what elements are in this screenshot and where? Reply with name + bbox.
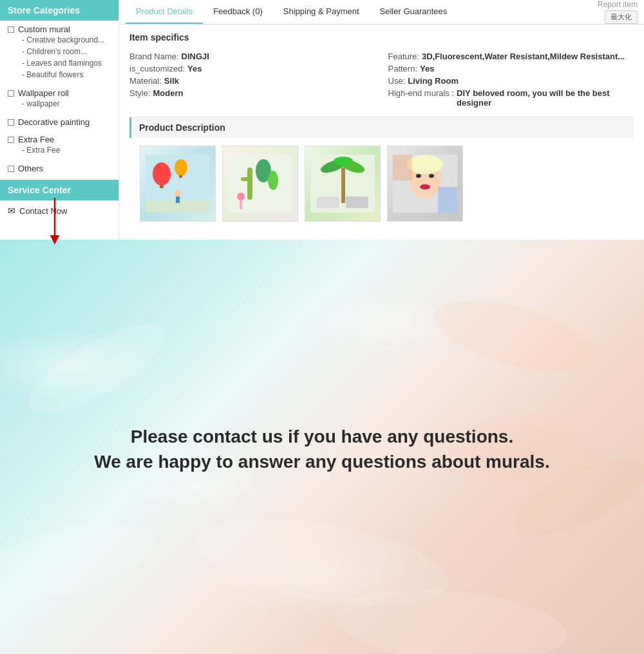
- category-wallpaper-roll: Wallpaper roll wallpaper: [0, 84, 118, 113]
- svg-rect-5: [179, 175, 182, 178]
- spec-pattern-label: Pattern:: [388, 64, 418, 73]
- category-icon: [8, 166, 14, 172]
- tab-seller-guarantees[interactable]: Seller Guarantees: [370, 0, 458, 24]
- svg-point-4: [175, 159, 187, 176]
- bottom-banner: Please contact us if you have any questi…: [0, 240, 644, 654]
- category-icon: [8, 119, 14, 126]
- main-content: Product Details Feedback (0) Shipping & …: [119, 0, 644, 240]
- spec-use-value: Living Room: [408, 76, 459, 86]
- report-item-label[interactable]: Report item: [598, 0, 638, 9]
- svg-point-2: [153, 162, 171, 186]
- category-title-wallpaper[interactable]: Wallpaper roll: [8, 88, 111, 98]
- product-image-3: [305, 146, 381, 222]
- subitem-flowers[interactable]: Beautiful flowers: [8, 69, 111, 81]
- svg-point-12: [268, 171, 278, 190]
- spec-customized: is_customized: Yes: [129, 63, 375, 75]
- tab-shipping[interactable]: Shipping & Payment: [273, 0, 370, 24]
- category-others: Others: [0, 160, 118, 177]
- tab-product-details[interactable]: Product Details: [126, 0, 203, 24]
- svg-rect-20: [317, 197, 339, 208]
- svg-rect-28: [393, 155, 412, 180]
- spec-material: Material: Silk: [129, 75, 375, 87]
- spec-pattern: Pattern: Yes: [388, 63, 634, 75]
- red-arrow-annotation: [35, 195, 74, 246]
- category-title-decorative[interactable]: Decorative painting: [8, 117, 111, 127]
- banner-text-block: Please contact us if you have any questi…: [68, 398, 575, 500]
- item-specifics-section: Item specifics Brand Name: DINGJI is_cus…: [119, 24, 644, 117]
- spec-style: Style: Modern: [129, 87, 375, 99]
- report-item-area: Report item 最大化: [598, 0, 638, 24]
- svg-point-27: [420, 184, 430, 189]
- subitem-extra-fee[interactable]: Extra Fee: [8, 144, 111, 156]
- svg-point-25: [416, 174, 421, 178]
- subitem-childrens[interactable]: Children's room...: [8, 46, 111, 57]
- spec-brand-label: Brand Name:: [129, 52, 179, 61]
- category-icon: [8, 137, 14, 143]
- category-icon: [8, 26, 14, 33]
- subitem-creative[interactable]: Creative background...: [8, 34, 111, 46]
- spec-brand-value: DINGJI: [182, 52, 209, 61]
- item-specifics-title: Item specifics: [129, 32, 634, 43]
- category-decorative: Decorative painting: [0, 113, 118, 131]
- svg-point-13: [237, 193, 245, 200]
- spec-high-end-label: High-end murals :: [388, 88, 455, 98]
- svg-point-37: [0, 506, 166, 618]
- svg-point-34: [427, 287, 603, 386]
- spec-feature-label: Feature:: [388, 52, 419, 61]
- envelope-icon: ✉: [8, 206, 15, 216]
- spec-customized-value: Yes: [187, 64, 202, 73]
- svg-rect-16: [341, 168, 345, 203]
- subitem-wallpaper[interactable]: wallpaper: [8, 98, 111, 110]
- spec-high-end: High-end murals : DIY beloved room, you …: [388, 87, 634, 109]
- top-section: Store Categories Custom mural Creative b…: [0, 0, 644, 240]
- tab-feedback[interactable]: Feedback (0): [203, 0, 273, 24]
- product-images-grid: [129, 146, 634, 232]
- svg-rect-10: [241, 177, 251, 181]
- spec-use-label: Use:: [388, 76, 406, 86]
- spec-use: Use: Living Room: [388, 75, 634, 87]
- specs-right-column: Feature: 3D,Fluorescent,Water Resistant,…: [388, 50, 634, 109]
- category-title-others[interactable]: Others: [8, 164, 111, 173]
- category-title-extra-fee[interactable]: Extra Fee: [8, 135, 111, 144]
- svg-point-26: [429, 174, 434, 178]
- tab-bar: Product Details Feedback (0) Shipping & …: [119, 0, 644, 24]
- page-wrapper: Store Categories Custom mural Creative b…: [0, 0, 644, 654]
- sidebar-header: Store Categories: [0, 0, 118, 21]
- banner-line-2: We are happy to answer any questions abo…: [94, 449, 549, 474]
- svg-rect-3: [160, 185, 164, 188]
- category-title-custom-mural[interactable]: Custom mural: [8, 24, 111, 34]
- svg-rect-14: [240, 200, 242, 209]
- spec-brand: Brand Name: DINGJI: [129, 50, 375, 63]
- svg-point-6: [175, 190, 181, 197]
- spec-customized-label: is_customized:: [129, 64, 185, 73]
- product-description-title: Product Description: [129, 117, 634, 138]
- category-icon: [8, 90, 14, 97]
- category-extra-fee: Extra Fee Extra Fee: [0, 131, 118, 160]
- specs-left-column: Brand Name: DINGJI is_customized: Yes Ma…: [129, 50, 375, 109]
- banner-line-1: Please contact us if you have any questi…: [94, 424, 549, 449]
- spec-pattern-value: Yes: [420, 64, 434, 73]
- product-image-4: [387, 146, 463, 222]
- svg-rect-9: [247, 168, 252, 200]
- svg-point-24: [407, 155, 443, 174]
- spec-material-value: Silk: [164, 76, 179, 86]
- specs-grid: Brand Name: DINGJI is_customized: Yes Ma…: [129, 50, 634, 109]
- product-image-2: [222, 146, 298, 222]
- product-description-section: Product Description: [119, 117, 644, 240]
- subitem-leaves[interactable]: Leaves and flamingos: [8, 57, 111, 69]
- svg-rect-7: [176, 197, 180, 203]
- spec-style-value: Modern: [153, 88, 184, 98]
- spec-feature-value: 3D,Fluorescent,Water Resistant,Mildew Re…: [422, 52, 625, 61]
- category-custom-mural: Custom mural Creative background... Chil…: [0, 21, 118, 84]
- spec-high-end-value: DIY beloved room, you will be the best d…: [457, 88, 634, 108]
- spec-material-label: Material:: [129, 76, 162, 86]
- svg-rect-21: [346, 197, 368, 208]
- product-image-1: [140, 146, 216, 222]
- spec-feature: Feature: 3D,Fluorescent,Water Resistant,…: [388, 50, 634, 63]
- maximize-button[interactable]: 最大化: [605, 10, 638, 24]
- svg-rect-29: [438, 187, 457, 213]
- svg-point-19: [334, 157, 353, 166]
- spec-style-label: Style:: [129, 88, 151, 98]
